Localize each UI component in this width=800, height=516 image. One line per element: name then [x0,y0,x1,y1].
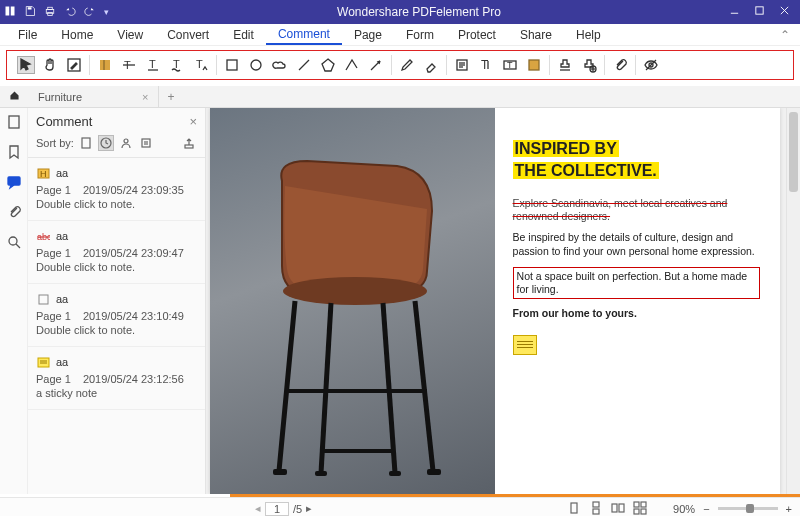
svg-point-20 [251,60,261,70]
svg-rect-49 [185,145,193,148]
svg-marker-22 [322,59,334,71]
stamp-tool-icon[interactable] [556,56,574,74]
status-bar: ◂ 1 /5 ▸ 90% − + [0,497,800,516]
new-tab-icon[interactable]: + [159,90,182,104]
menu-comment[interactable]: Comment [266,25,342,45]
headline-1: INSPIRED BY [513,140,619,157]
document-tab[interactable]: Furniture × [28,86,159,107]
attachment-tool-icon[interactable] [611,56,629,74]
line-shape-icon[interactable] [295,56,313,74]
view-two-icon[interactable] [611,501,625,517]
polygon-shape-icon[interactable] [319,56,337,74]
pdf-page: INSPIRED BY THE COLLECTIVE. Explore Scan… [210,108,780,494]
cloud-shape-icon[interactable] [271,56,289,74]
view-continuous-icon[interactable] [589,501,603,517]
menu-edit[interactable]: Edit [221,26,266,44]
comment-item[interactable]: abcaa Page 12019/05/24 23:09:47 Double c… [28,221,205,284]
zoom-out-icon[interactable]: − [703,503,709,515]
hide-annotations-icon[interactable] [642,56,660,74]
sort-author-icon[interactable] [118,135,134,151]
eraser-tool-icon[interactable] [422,56,440,74]
comments-icon[interactable] [6,174,22,190]
svg-rect-74 [634,502,639,507]
svg-line-42 [16,244,20,248]
view-two-cont-icon[interactable] [633,501,647,517]
print-icon[interactable] [44,5,56,20]
document-tab-label: Furniture [38,91,82,103]
menu-bar: File Home View Convert Edit Comment Page… [0,24,800,46]
hand-tool-icon[interactable] [41,56,59,74]
typewriter-tool-icon[interactable]: T [477,56,495,74]
svg-rect-32 [529,60,539,70]
highlight-tool-icon[interactable] [96,56,114,74]
underline-tool-icon[interactable]: T [144,56,162,74]
nav-rail [0,108,28,494]
close-icon[interactable] [779,5,790,19]
comment-item[interactable]: aa Page 12019/05/24 23:10:49 Double clic… [28,284,205,347]
edit-tool-icon[interactable] [65,56,83,74]
menu-file[interactable]: File [6,26,49,44]
comment-item[interactable]: aa Page 12019/05/24 23:12:56 a sticky no… [28,347,205,410]
squiggly-tool-icon[interactable]: T [168,56,186,74]
attachments-icon[interactable] [6,204,22,220]
bookmarks-icon[interactable] [6,144,22,160]
redo-icon[interactable] [84,5,96,20]
strikethrough-tool-icon[interactable]: T [120,56,138,74]
svg-line-62 [383,303,395,473]
undo-icon[interactable] [64,5,76,20]
maximize-icon[interactable] [754,5,765,19]
prev-page-icon[interactable]: ◂ [255,502,261,515]
svg-text:H: H [40,169,47,179]
arrow-shape-icon[interactable] [367,56,385,74]
svg-text:T: T [507,60,513,70]
menu-page[interactable]: Page [342,26,394,44]
menu-convert[interactable]: Convert [155,26,221,44]
connected-lines-icon[interactable] [343,56,361,74]
note-tool-icon[interactable] [453,56,471,74]
menu-help[interactable]: Help [564,26,613,44]
vertical-scrollbar[interactable] [786,108,800,494]
textbox-tool-icon[interactable]: T [501,56,519,74]
sort-page-icon[interactable] [78,135,94,151]
collapse-ribbon-icon[interactable]: ⌃ [770,28,800,42]
svg-rect-43 [82,138,90,148]
zoom-in-icon[interactable]: + [786,503,792,515]
svg-point-45 [124,139,128,143]
svg-line-61 [321,303,331,473]
search-rail-icon[interactable] [6,234,22,250]
document-view[interactable]: INSPIRED BY THE COLLECTIVE. Explore Scan… [206,108,800,494]
menu-share[interactable]: Share [508,26,564,44]
area-highlight-icon[interactable] [525,56,543,74]
zoom-slider[interactable] [718,507,778,510]
sort-type-icon[interactable] [138,135,154,151]
comment-ribbon: T T T T T T [6,50,794,80]
menu-form[interactable]: Form [394,26,446,44]
caret-tool-icon[interactable]: T [192,56,210,74]
scrollbar-thumb[interactable] [789,112,798,192]
page-current[interactable]: 1 [265,502,289,516]
panel-close-icon[interactable]: × [189,114,197,129]
svg-rect-73 [619,504,624,512]
pencil-tool-icon[interactable] [398,56,416,74]
thumbnails-icon[interactable] [6,114,22,130]
tab-close-icon[interactable]: × [142,91,148,103]
menu-view[interactable]: View [105,26,155,44]
custom-stamp-icon[interactable] [580,56,598,74]
save-icon[interactable] [24,5,36,20]
home-tab-icon[interactable] [0,89,28,105]
view-single-icon[interactable] [567,501,581,517]
next-page-icon[interactable]: ▸ [306,502,312,515]
minimize-icon[interactable] [729,5,740,19]
sticky-note-icon[interactable] [513,335,537,355]
zoom-value[interactable]: 90% [673,503,695,515]
select-tool-icon[interactable] [17,56,35,74]
menu-protect[interactable]: Protect [446,26,508,44]
comment-item[interactable]: Haa Page 12019/05/24 23:09:35 Double cli… [28,158,205,221]
svg-text:T: T [173,58,180,70]
export-comments-icon[interactable] [181,135,197,151]
sort-time-icon[interactable] [98,135,114,151]
rectangle-shape-icon[interactable] [223,56,241,74]
menu-home[interactable]: Home [49,26,105,44]
oval-shape-icon[interactable] [247,56,265,74]
page-image [210,108,495,494]
